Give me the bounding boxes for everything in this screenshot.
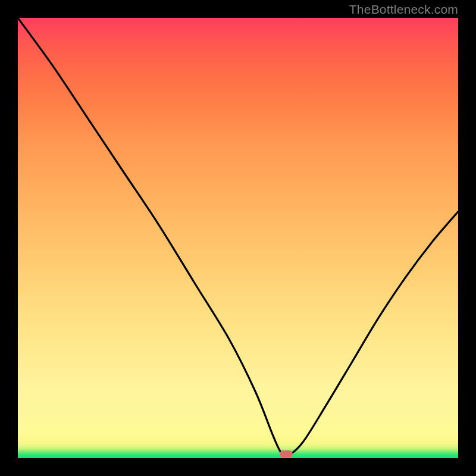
bottleneck-curve: [18, 18, 458, 458]
watermark-text: TheBottleneck.com: [349, 2, 458, 17]
optimal-marker: [280, 450, 293, 458]
plot-area: [18, 18, 458, 458]
chart-frame: TheBottleneck.com: [0, 0, 476, 476]
curve-path: [18, 18, 458, 456]
